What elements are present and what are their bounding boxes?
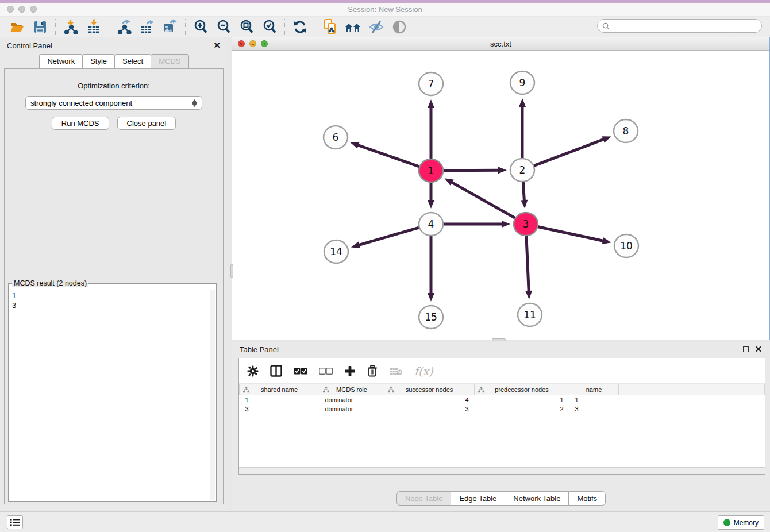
- graph-node-1[interactable]: 1: [419, 159, 443, 182]
- table-row[interactable]: 3 dominator 3 2 3: [240, 404, 765, 414]
- deselect-all-rows-button[interactable]: [319, 368, 333, 375]
- graph-node-3[interactable]: 3: [514, 213, 538, 236]
- graph-edge-1-4[interactable]: [428, 183, 434, 209]
- graph-edge-4-14[interactable]: [351, 228, 419, 248]
- export-network-button[interactable]: [113, 18, 136, 36]
- node-label: 10: [620, 240, 633, 252]
- zoom-selected-icon: [262, 19, 278, 34]
- panel-splitter-handle[interactable]: [492, 338, 506, 341]
- graph-node-14[interactable]: 14: [324, 240, 348, 263]
- column-type-icon: [388, 387, 394, 394]
- delete-column-button[interactable]: [367, 365, 378, 377]
- float-panel-icon[interactable]: [202, 43, 207, 48]
- tab-node-table[interactable]: Node Table: [396, 491, 452, 506]
- open-session-button[interactable]: [6, 18, 29, 36]
- graph-edge-2-9[interactable]: [519, 98, 526, 158]
- graph-node-7[interactable]: 7: [419, 72, 443, 95]
- tab-mcds[interactable]: MCDS: [151, 54, 188, 68]
- network-canvas[interactable]: 7968124314101511: [232, 51, 769, 340]
- graph-node-6[interactable]: 6: [324, 126, 348, 149]
- show-column-panel-button[interactable]: [270, 365, 282, 377]
- graph-node-11[interactable]: 11: [518, 303, 542, 326]
- zoom-out-button[interactable]: [212, 18, 235, 36]
- export-table-icon: [139, 19, 155, 34]
- graph-edge-1-2[interactable]: [443, 167, 507, 174]
- panel-splitter-handle[interactable]: [230, 264, 233, 278]
- network-view-window: × − + scc.txt 7968124314101511: [232, 37, 770, 340]
- add-column-button[interactable]: [344, 365, 356, 377]
- task-history-button[interactable]: [7, 515, 23, 529]
- graph-node-4[interactable]: 4: [419, 213, 443, 236]
- graph-edge-3-10[interactable]: [538, 226, 611, 244]
- save-session-button[interactable]: [29, 18, 52, 36]
- graph-edge-2-3[interactable]: [521, 182, 528, 209]
- control-panel-title: Control Panel: [7, 41, 52, 50]
- float-panel-icon[interactable]: [743, 346, 749, 352]
- search-input[interactable]: [613, 22, 761, 30]
- refresh-layout-icon: [292, 20, 307, 34]
- hide-selected-button[interactable]: [365, 18, 388, 36]
- export-image-button[interactable]: [159, 18, 182, 36]
- show-all-button[interactable]: [388, 18, 411, 36]
- network-window-titlebar[interactable]: × − + scc.txt: [232, 37, 769, 51]
- graph-node-2[interactable]: 2: [510, 159, 534, 182]
- graph-edge-1-6[interactable]: [350, 142, 419, 167]
- mcds-tab-content: Optimization criterion: strongly connect…: [4, 68, 224, 504]
- first-neighbors-icon: [344, 20, 363, 34]
- criterion-dropdown[interactable]: strongly connected component: [25, 96, 202, 110]
- graph-edge-4-3[interactable]: [443, 221, 510, 228]
- graph-edge-1-7[interactable]: [428, 99, 434, 159]
- network-minimize-button[interactable]: −: [249, 40, 256, 47]
- function-builder-button[interactable]: f(x): [414, 365, 433, 377]
- graph-node-9[interactable]: 9: [510, 71, 534, 94]
- zoom-selected-button[interactable]: [258, 18, 281, 36]
- memory-button[interactable]: Memory: [718, 515, 764, 530]
- graph-edge-4-15[interactable]: [428, 236, 434, 302]
- node-table-container: f(x) shared name MCDS role: [238, 358, 765, 475]
- result-scrollbar[interactable]: [210, 290, 215, 500]
- column-header-predecessor-nodes[interactable]: predecessor nodes: [475, 384, 569, 395]
- node-label: 8: [623, 125, 629, 137]
- tab-network[interactable]: Network: [39, 54, 83, 68]
- tab-select[interactable]: Select: [114, 54, 151, 68]
- first-neighbors-button[interactable]: [342, 18, 365, 36]
- zoom-out-icon: [216, 19, 232, 34]
- zoom-fit-button[interactable]: [235, 18, 258, 36]
- clone-network-icon: [322, 18, 338, 36]
- network-maximize-button[interactable]: +: [261, 40, 268, 47]
- tab-network-table[interactable]: Network Table: [505, 491, 569, 506]
- table-settings-button[interactable]: [247, 365, 259, 377]
- column-header-successor-nodes[interactable]: successor nodes: [384, 384, 475, 395]
- table-row[interactable]: 1 dominator 4 1 1: [240, 395, 765, 404]
- close-panel-icon[interactable]: ✕: [213, 43, 221, 48]
- table-horizontal-scrollbar[interactable]: [239, 467, 765, 474]
- clone-network-button[interactable]: [319, 18, 342, 36]
- refresh-layout-button[interactable]: [288, 18, 311, 36]
- optimization-criterion-label: Optimization criterion:: [5, 82, 223, 90]
- run-mcds-button[interactable]: Run MCDS: [52, 117, 109, 130]
- import-network-button[interactable]: [59, 18, 82, 36]
- graph-node-10[interactable]: 10: [614, 234, 638, 257]
- select-all-rows-button[interactable]: [294, 368, 307, 375]
- network-close-button[interactable]: ×: [238, 40, 245, 47]
- graph-edge-2-8[interactable]: [534, 136, 611, 165]
- delete-table-button[interactable]: [389, 367, 403, 376]
- graph-edge-3-1[interactable]: [445, 178, 515, 218]
- mcds-result-text[interactable]: 1 3: [9, 290, 209, 500]
- column-header-shared-name[interactable]: shared name: [240, 384, 319, 395]
- tab-motifs[interactable]: Motifs: [568, 491, 606, 506]
- import-table-button[interactable]: [82, 18, 105, 36]
- column-header-name[interactable]: name: [569, 384, 619, 395]
- graph-node-15[interactable]: 15: [419, 306, 443, 329]
- close-panel-icon[interactable]: ✕: [754, 346, 762, 352]
- column-header-mcds-role[interactable]: MCDS role: [319, 384, 384, 395]
- zoom-in-button[interactable]: [189, 18, 212, 36]
- zoom-fit-icon: [239, 19, 255, 34]
- tab-edge-table[interactable]: Edge Table: [451, 491, 505, 506]
- node-label: 14: [330, 246, 342, 257]
- graph-node-8[interactable]: 8: [614, 119, 638, 142]
- graph-edge-3-11[interactable]: [525, 236, 532, 299]
- export-table-button[interactable]: [136, 18, 159, 36]
- close-panel-button[interactable]: Close panel: [117, 117, 176, 130]
- tab-style[interactable]: Style: [82, 54, 115, 68]
